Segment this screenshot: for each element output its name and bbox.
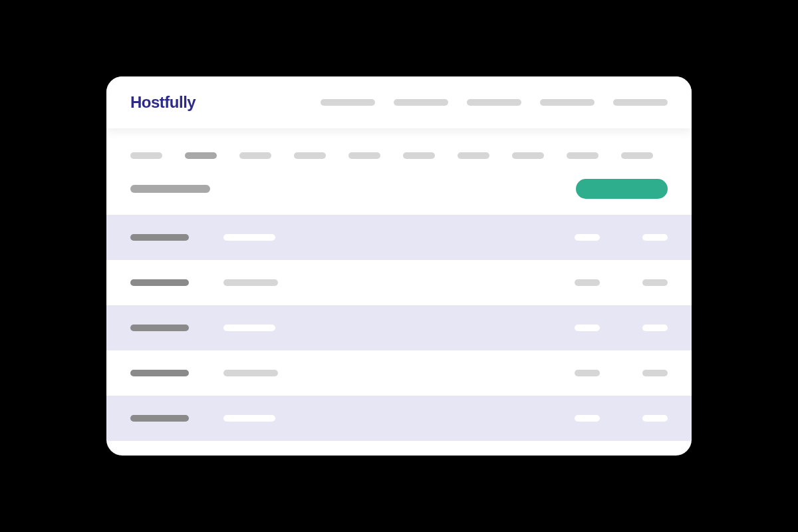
app-header: Hostfully	[106, 76, 692, 128]
tab[interactable]	[348, 152, 380, 159]
nav-item[interactable]	[321, 99, 375, 106]
cell	[575, 234, 600, 241]
top-nav	[321, 99, 668, 106]
cell	[575, 415, 600, 422]
nav-item[interactable]	[540, 99, 595, 106]
tab[interactable]	[130, 152, 162, 159]
table-row[interactable]	[106, 305, 692, 350]
nav-item[interactable]	[613, 99, 668, 106]
table-row[interactable]	[106, 215, 692, 260]
cell	[575, 279, 600, 286]
cell	[223, 325, 275, 331]
tab[interactable]	[512, 152, 544, 159]
title-bar	[106, 159, 692, 215]
cell	[642, 415, 668, 422]
cell	[642, 325, 668, 331]
table-row[interactable]	[106, 396, 692, 441]
cell	[642, 370, 668, 376]
nav-item[interactable]	[467, 99, 521, 106]
cell	[575, 325, 600, 331]
tab-active[interactable]	[185, 152, 217, 159]
table-row[interactable]	[106, 260, 692, 305]
data-table	[106, 215, 692, 441]
cell	[130, 279, 189, 286]
tab[interactable]	[458, 152, 489, 159]
cell	[642, 279, 668, 286]
tab[interactable]	[567, 152, 598, 159]
cell	[130, 415, 189, 422]
cell	[223, 234, 275, 241]
cell	[642, 234, 668, 241]
cell	[130, 370, 189, 376]
tab[interactable]	[403, 152, 435, 159]
sub-tabs	[106, 128, 692, 159]
cell	[130, 234, 189, 241]
cell	[575, 370, 600, 376]
cell	[223, 415, 275, 422]
cell	[223, 279, 278, 286]
brand-logo[interactable]: Hostfully	[130, 94, 196, 110]
brand-name: Hostfully	[130, 94, 196, 110]
tab[interactable]	[621, 152, 653, 159]
cell	[130, 325, 189, 331]
cell	[223, 370, 278, 376]
page-title	[130, 185, 210, 193]
nav-item[interactable]	[394, 99, 448, 106]
app-card: Hostfully	[106, 76, 692, 456]
table-row[interactable]	[106, 350, 692, 396]
primary-button[interactable]	[576, 179, 668, 199]
tab[interactable]	[294, 152, 326, 159]
tab[interactable]	[239, 152, 271, 159]
